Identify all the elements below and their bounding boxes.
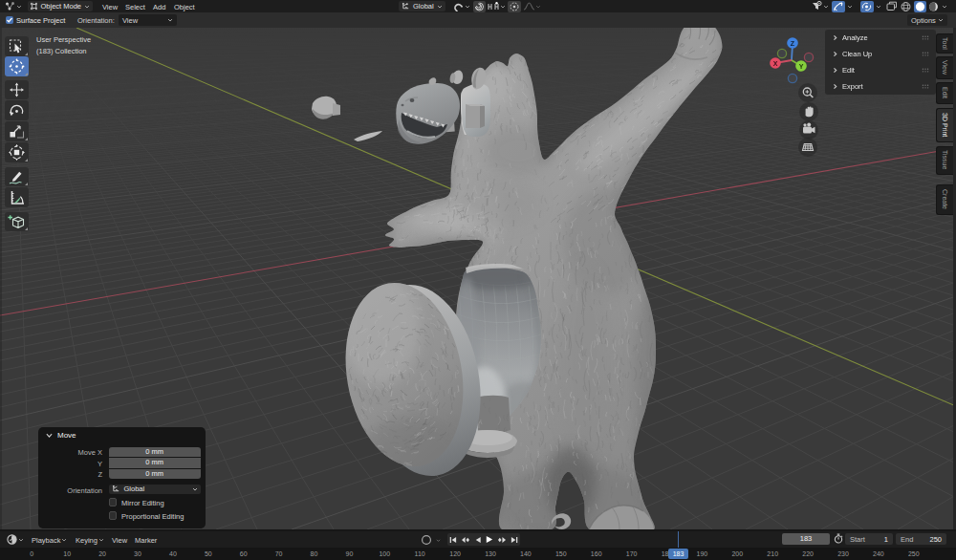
svg-text:Z: Z [791,40,795,47]
svg-text:X: X [773,60,778,67]
svg-text:Y: Y [799,63,804,70]
